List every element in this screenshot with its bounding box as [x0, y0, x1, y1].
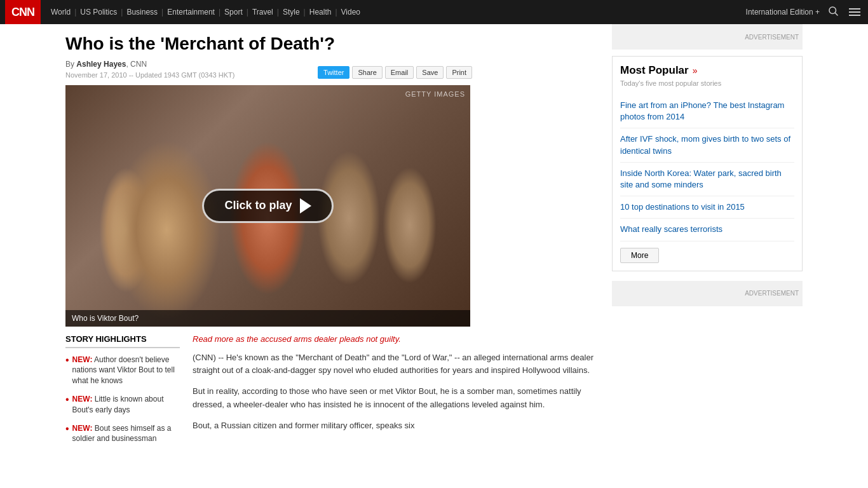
article-paragraph-1: (CNN) -- He's known as the "Merchant of …: [193, 351, 599, 378]
ad-top: ADVERTISEMENT: [612, 24, 803, 50]
highlight-new-1: NEW:: [72, 355, 93, 364]
print-button[interactable]: Print: [446, 66, 472, 79]
highlight-new-3: NEW:: [72, 424, 93, 433]
ad-top-label: ADVERTISEMENT: [745, 34, 799, 41]
email-button[interactable]: Email: [385, 66, 414, 79]
byline-prefix: By: [65, 60, 74, 69]
svg-point-0: [829, 7, 836, 14]
video-container[interactable]: Click to play GETTY IMAGES Who is Viktor…: [65, 85, 470, 327]
sidebar: ADVERTISEMENT Most Popular » Today's fiv…: [612, 24, 803, 458]
highlight-text-3: NEW: Bout sees himself as a soldier and …: [72, 423, 180, 445]
nav-video[interactable]: Video: [337, 8, 364, 17]
article-content: Who is the 'Merchant of Death'? Twitter …: [65, 24, 599, 458]
chevron-right-icon: »: [693, 65, 698, 76]
article-body: Read more as the accused arms dealer ple…: [193, 334, 599, 452]
svg-line-1: [835, 13, 837, 15]
article-paragraph-2: But in reality, according to those who h…: [193, 385, 599, 412]
nav-business[interactable]: Business: [123, 8, 161, 17]
highlight-text-2: NEW: Little is known about Bout's early …: [72, 394, 180, 416]
nav-sport[interactable]: Sport: [220, 8, 247, 17]
article-title: Who is the 'Merchant of Death'?: [65, 33, 599, 55]
popular-item-3[interactable]: Inside North Korea: Water park, sacred b…: [620, 163, 794, 196]
menu-button[interactable]: [846, 6, 863, 18]
play-button[interactable]: Click to play: [202, 189, 333, 223]
highlight-bullet-1: •: [65, 353, 69, 367]
more-button[interactable]: More: [620, 248, 659, 263]
article-paragraph-3: Bout, a Russian citizen and former milit…: [193, 419, 599, 433]
highlight-new-2: NEW:: [72, 395, 93, 403]
menu-bar-1: [849, 8, 860, 10]
menu-bar-2: [849, 11, 860, 13]
main-container: Who is the 'Merchant of Death'? Twitter …: [59, 24, 809, 458]
most-popular-header: Most Popular »: [620, 64, 794, 77]
ad-bottom: ADVERTISEMENT: [612, 281, 803, 306]
most-popular-title: Most Popular: [620, 64, 689, 77]
highlight-item-3: • NEW: Bout sees himself as a soldier an…: [65, 423, 180, 445]
share-buttons: Twitter Share Email Save Print: [318, 66, 472, 79]
author-suffix: , CNN: [126, 60, 147, 69]
most-popular-subtitle: Today's five most popular stories: [620, 79, 794, 87]
highlight-bullet-3: •: [65, 422, 69, 436]
top-right-controls: International Edition +: [746, 5, 863, 19]
nav-world[interactable]: World: [47, 8, 74, 17]
play-button-label: Click to play: [224, 199, 292, 212]
save-button[interactable]: Save: [416, 66, 444, 79]
author-name: Ashley Hayes: [76, 60, 126, 69]
menu-bar-3: [849, 15, 860, 16]
highlight-item-1: • NEW: Author doesn't believe nations wa…: [65, 355, 180, 386]
lead-link[interactable]: Read more as the accused arms dealer ple…: [193, 334, 599, 344]
popular-item-2[interactable]: After IVF shock, mom gives birth to two …: [620, 128, 794, 162]
twitter-share-button[interactable]: Twitter: [318, 66, 349, 79]
highlight-text-1: NEW: Author doesn't believe nations want…: [72, 355, 180, 386]
ad-bottom-label: ADVERTISEMENT: [745, 290, 799, 297]
story-highlights: STORY HIGHLIGHTS • NEW: Author doesn't b…: [65, 334, 180, 452]
play-overlay: Click to play: [65, 85, 470, 327]
play-triangle-icon: [300, 198, 311, 214]
highlight-item-2: • NEW: Little is known about Bout's earl…: [65, 394, 180, 416]
search-button[interactable]: [827, 5, 839, 19]
nav-health[interactable]: Health: [306, 8, 336, 17]
nav-style[interactable]: Style: [279, 8, 304, 17]
most-popular-section: Most Popular » Today's five most popular…: [612, 56, 803, 271]
cnn-logo[interactable]: CNN: [5, 0, 41, 24]
nav-us-politics[interactable]: US Politics: [76, 8, 121, 17]
nav-entertainment[interactable]: Entertainment: [163, 8, 219, 17]
popular-item-4[interactable]: 10 top destinations to visit in 2015: [620, 196, 794, 219]
popular-item-1[interactable]: Fine art from an iPhone? The best Instag…: [620, 95, 794, 128]
story-layout: STORY HIGHLIGHTS • NEW: Author doesn't b…: [65, 334, 599, 452]
highlights-title: STORY HIGHLIGHTS: [65, 334, 180, 348]
highlight-bullet-2: •: [65, 393, 69, 407]
top-navigation: CNN World | US Politics | Business | Ent…: [0, 0, 868, 24]
nav-links: World | US Politics | Business | Enterta…: [47, 8, 364, 17]
nav-travel[interactable]: Travel: [248, 8, 277, 17]
international-edition-link[interactable]: International Edition +: [746, 8, 820, 17]
title-area: Who is the 'Merchant of Death'? Twitter …: [65, 33, 599, 55]
popular-item-5[interactable]: What really scares terrorists: [620, 219, 794, 241]
share-button[interactable]: Share: [352, 66, 382, 79]
